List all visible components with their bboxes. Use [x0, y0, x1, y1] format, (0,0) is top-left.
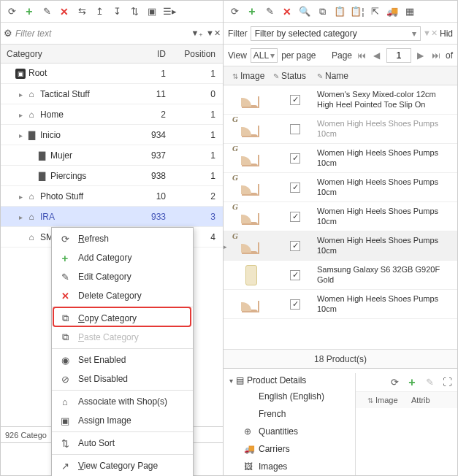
product-row[interactable]: G✓Women High Heels Shoes Pumps 10cm — [224, 144, 457, 173]
paste-button[interactable]: 📋 — [332, 4, 347, 19]
add-button[interactable]: + — [22, 4, 37, 19]
status-checkbox[interactable]: ✓ — [290, 299, 300, 310]
refresh-button[interactable]: ⟳ — [227, 4, 242, 19]
filter-clear-icon[interactable]: ▼✕ — [424, 27, 437, 40]
add-button[interactable]: + — [245, 4, 259, 19]
swap-button[interactable]: ⇆ — [75, 4, 89, 19]
export-button[interactable]: ⇱ — [367, 4, 382, 19]
col-image[interactable]: ⇅Image — [229, 71, 273, 81]
paste-special-button[interactable]: 📋¦ — [350, 4, 365, 19]
expand-icon[interactable]: ▸ — [15, 193, 26, 201]
menu-item-label: Assign Image — [78, 415, 131, 426]
edit-button[interactable]: ✎ — [262, 4, 277, 19]
node-position: 1 — [170, 171, 223, 181]
expand-icon[interactable]: ▸ — [15, 91, 26, 99]
product-row[interactable]: G✓Women High Heels Shoes Pumps 10cm — [224, 202, 457, 231]
details-item[interactable]: English (English) — [224, 388, 355, 405]
status-checkbox[interactable]: ✓ — [290, 153, 300, 164]
gear-icon[interactable]: ⚙ — [4, 28, 12, 39]
mini-grid-header: ⇅Image Attrib — [356, 392, 457, 408]
context-menu[interactable]: ⟳Refresh+Add Category✎Edit Category✕Dele… — [51, 227, 194, 476]
ship-button[interactable]: 🚚 — [385, 4, 400, 19]
refresh-button[interactable]: ⟳ — [4, 4, 19, 19]
move-up-button[interactable]: ↥ — [92, 4, 107, 19]
col-category[interactable]: Category — [1, 49, 129, 59]
details-item[interactable]: 🚚Carriers — [224, 440, 355, 458]
menu-item-icon: ▣ — [59, 415, 71, 426]
status-checkbox[interactable]: ✓ — [290, 183, 300, 193]
filter-options-button[interactable]: ☰▸ — [162, 4, 177, 19]
col-id[interactable]: ID — [129, 49, 170, 59]
details-item[interactable]: ⊕Quantities — [224, 423, 355, 440]
tree-row[interactable]: ▸⌂Photo Stuff102 — [1, 186, 223, 207]
tree-row[interactable]: ▸▇Inicio9341 — [1, 125, 223, 145]
tree-row[interactable]: ▣Root11 — [1, 64, 223, 84]
context-menu-item[interactable]: ⇅Auto Sort — [52, 434, 193, 453]
product-thumbnail — [240, 207, 262, 226]
details-item[interactable]: French — [224, 405, 355, 423]
tree-row[interactable]: ▇Mujer9371 — [1, 145, 223, 166]
grid-button[interactable]: ▦ — [402, 4, 417, 19]
status-checkbox[interactable]: ✓ — [290, 212, 300, 222]
add-button[interactable]: + — [405, 375, 419, 390]
product-row[interactable]: GWomen High Heels Shoes Pumps 10cm — [224, 115, 457, 144]
status-checkbox[interactable] — [290, 124, 300, 134]
refresh-button[interactable]: ⟳ — [387, 375, 402, 390]
product-row[interactable]: G✓Women High Heels Shoes Pumps 10cm — [224, 231, 457, 261]
expand-icon[interactable]: ▸ — [15, 131, 26, 139]
status-checkbox[interactable]: ✓ — [290, 95, 300, 105]
move-down-button[interactable]: ↧ — [110, 4, 124, 19]
tree-row[interactable]: ▸⌂Home21 — [1, 104, 223, 125]
expand-button[interactable]: ⛶ — [440, 375, 454, 390]
filter-add-icon[interactable]: ▼₊ — [191, 27, 204, 40]
col-status[interactable]: ✎Status — [273, 71, 317, 81]
col-position[interactable]: Position — [170, 49, 223, 59]
last-page-button[interactable]: ⏭ — [430, 50, 442, 61]
product-row[interactable]: G✓Women High Heels Shoes Pumps 10cm — [224, 173, 457, 202]
hide-label[interactable]: Hid — [440, 28, 453, 39]
details-item[interactable]: 🖼Images — [224, 458, 355, 475]
search-button[interactable]: 🔍 — [297, 4, 312, 19]
context-menu-item[interactable]: ▣Assign Image — [52, 411, 193, 430]
expand-icon[interactable]: ▸ — [15, 111, 26, 119]
next-page-button[interactable]: ▶ — [415, 50, 427, 61]
context-menu-item[interactable]: ↗View Category Page — [52, 456, 193, 475]
first-page-button[interactable]: ⏮ — [356, 50, 367, 61]
copy-button[interactable]: ⧉ — [315, 4, 329, 19]
context-menu-item[interactable]: ◉Set Enabled — [52, 350, 193, 369]
delete-button[interactable]: ✕ — [57, 4, 72, 19]
context-menu-item[interactable]: ⊘Set Disabled — [52, 369, 193, 388]
detail-item-label: Images — [259, 461, 287, 472]
expand-icon[interactable]: ▸ — [15, 213, 26, 221]
product-row[interactable]: ✓Samsung Galaxy S6 32GB G920F Gold — [224, 261, 457, 290]
edit-button[interactable]: ✎ — [39, 4, 54, 19]
tree-row[interactable]: ▸⌂Tactical Stuff110 — [1, 84, 223, 104]
context-menu-item[interactable]: ✎Edit Category — [52, 267, 193, 286]
page-input[interactable] — [386, 48, 411, 63]
node-id: 937 — [129, 150, 170, 161]
prev-page-button[interactable]: ◀ — [371, 50, 383, 61]
product-row[interactable]: ✓Women's Sexy Mixed-color 12cm High Heel… — [224, 85, 457, 115]
filter-input[interactable] — [15, 28, 188, 39]
context-menu-item[interactable]: ⌂Associate with Shop(s) — [52, 392, 193, 411]
edit-button[interactable]: ✎ — [422, 375, 437, 390]
context-menu-item[interactable]: ⟳Refresh — [52, 229, 193, 248]
tree-row[interactable]: ▇Piercings9381 — [1, 166, 223, 186]
status-checkbox[interactable]: ✓ — [290, 270, 300, 280]
status-checkbox[interactable]: ✓ — [290, 241, 300, 251]
context-menu-item[interactable]: ⧉Copy Category — [52, 309, 193, 328]
delete-button[interactable]: ✕ — [280, 4, 294, 19]
context-menu-item[interactable]: ✕Delete Category — [52, 286, 193, 305]
product-image-cell: G — [229, 231, 273, 260]
view-select[interactable]: ALL ▾ — [251, 48, 278, 63]
details-header[interactable]: ▾ ▤ Product Details — [224, 373, 355, 388]
filter-select[interactable]: Filter by selected category▾ — [251, 26, 421, 41]
sort-button[interactable]: ⇅ — [127, 4, 142, 19]
tree-row[interactable]: ▸⌂IRA9333 — [1, 207, 223, 227]
filter-clear-icon[interactable]: ▼✕ — [207, 27, 220, 40]
col-name[interactable]: ✎Name — [317, 71, 457, 81]
product-list[interactable]: ✓Women's Sexy Mixed-color 12cm High Heel… — [224, 85, 457, 343]
product-row[interactable]: ✓Women High Heels Shoes Pumps 10cm — [224, 290, 457, 319]
context-menu-item[interactable]: +Add Category — [52, 248, 193, 267]
image-button[interactable]: ▣ — [145, 4, 159, 19]
